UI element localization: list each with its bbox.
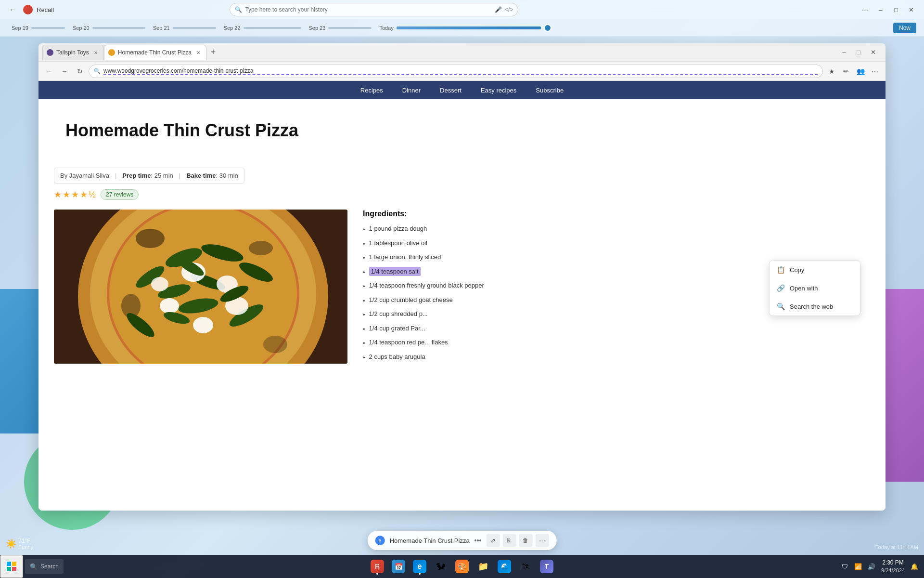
nav-recipes[interactable]: Recipes: [351, 81, 393, 99]
browser-more-button[interactable]: ⋯: [868, 65, 882, 78]
meta-separator-1: |: [115, 172, 116, 179]
taskbar-app-recall[interactable]: R: [368, 557, 387, 576]
taskbar-apps: R 📅 e 🐿 🎨 📁 🌊 🛍 T: [368, 557, 556, 576]
timeline-sep22[interactable]: Sep 22: [220, 19, 305, 36]
collections-button[interactable]: ✏: [839, 65, 853, 78]
maximize-button[interactable]: □: [889, 3, 903, 16]
pill-dots-button[interactable]: •••: [475, 537, 482, 544]
start-button[interactable]: [0, 555, 23, 578]
ingredient-text-1: 1 pound pizza dough: [369, 224, 870, 234]
ingredient-2: • 1 tablespoon olive oil: [363, 238, 870, 249]
open-with-icon: 🔗: [776, 284, 785, 292]
taskbar: 🔍 Search R 📅 e 🐿 🎨 📁 🌊: [0, 555, 924, 578]
ingredient-8: • 1/4 cup grated Par...: [363, 324, 870, 334]
taskbar-app-file-explorer[interactable]: 📁: [474, 557, 493, 576]
search-web-icon: 🔍: [776, 302, 785, 311]
ingredient-text-10: 2 cups baby arugula: [369, 352, 870, 362]
nav-easy-recipes[interactable]: Easy recipes: [471, 81, 526, 99]
taskbar-app-store[interactable]: 🛍: [516, 557, 535, 576]
pill-actions: ⇗ ⎘ 🗑 ⋯: [486, 534, 549, 547]
context-menu-copy-label: Copy: [790, 266, 804, 274]
taskbar-app-colors[interactable]: 🎨: [452, 557, 472, 576]
reviews-badge: 27 reviews: [101, 189, 139, 200]
svg-point-23: [151, 277, 168, 291]
tray-security-icon[interactable]: 🛡: [839, 561, 850, 572]
ingredient-9: • 1/4 teaspoon red pe... flakes: [363, 338, 870, 348]
browser-tab-tailspin[interactable]: Tailspin Toys ✕: [42, 45, 104, 60]
new-tab-button[interactable]: +: [206, 46, 220, 59]
context-menu-open-with[interactable]: 🔗 Open with: [770, 279, 860, 297]
windows-logo-icon: [7, 562, 16, 571]
taskbar-app-edge2[interactable]: 🌊: [495, 557, 514, 576]
nav-dinner[interactable]: Dinner: [393, 81, 430, 99]
timeline-sep19[interactable]: Sep 19: [8, 19, 69, 36]
taskbar-search[interactable]: 🔍 Search: [25, 559, 64, 574]
browser-toolbar-icons: ★ ✏ 👥 ⋯: [825, 65, 882, 78]
browser-refresh-button[interactable]: ↻: [73, 65, 87, 78]
tray-notifications-icon[interactable]: 🔔: [909, 561, 920, 572]
recipe-prep-label: Prep time: 25 min: [122, 172, 173, 179]
context-menu-copy[interactable]: 📋 Copy: [770, 261, 860, 279]
pill-more-button[interactable]: ⋯: [535, 534, 549, 547]
tab-favicon-tailspin: [47, 49, 53, 56]
taskbar-app-calendar[interactable]: 📅: [389, 557, 408, 576]
timeline-today-label: Today: [379, 25, 393, 31]
weather-temp: 71°F: [18, 538, 33, 544]
tab-close-pizza[interactable]: ✕: [194, 49, 202, 56]
app-indicator-recall: [376, 573, 378, 575]
taskbar-app-edge[interactable]: e: [410, 557, 429, 576]
timeline-today[interactable]: Today: [375, 19, 555, 36]
timeline-sep22-label: Sep 22: [224, 25, 241, 31]
timeline-sep21-line: [173, 27, 216, 29]
tray-network-icon[interactable]: 📶: [852, 561, 864, 572]
timeline-sep21[interactable]: Sep 21: [149, 19, 220, 36]
favorites-button[interactable]: ★: [825, 65, 838, 78]
ingredient-1: • 1 pound pizza dough: [363, 224, 870, 235]
browser-minimize-button[interactable]: –: [837, 46, 851, 59]
microphone-icon[interactable]: 🎤: [495, 6, 502, 13]
tab-favicon-pizza: [108, 49, 115, 56]
nav-dessert[interactable]: Dessert: [430, 81, 471, 99]
tab-close-tailspin[interactable]: ✕: [92, 49, 100, 56]
bottom-pill: e Homemade Thin Crust Pizza ••• ⇗ ⎘ 🗑 ⋯: [368, 531, 557, 550]
address-field[interactable]: 🔍 www.woodgrovegroceries.com/homemade-th…: [89, 65, 823, 78]
pill-delete-button[interactable]: 🗑: [519, 534, 532, 547]
svg-point-5: [136, 229, 165, 248]
context-menu-search-web[interactable]: 🔍 Search the web: [770, 297, 860, 315]
timeline-sep23[interactable]: Sep 23: [305, 19, 376, 36]
address-url: www.woodgrovegroceries.com/homemade-thin…: [103, 67, 818, 75]
timeline-sep22-line: [244, 27, 301, 29]
taskbar-clock[interactable]: 2:30 PM 9/24/2024: [879, 558, 907, 575]
back-button[interactable]: ←: [6, 3, 19, 16]
browser-tab-pizza[interactable]: Homemade Thin Crust Pizza ✕: [104, 45, 206, 60]
browser-back-button[interactable]: ←: [42, 65, 56, 78]
stars: ★★★★½: [54, 189, 97, 200]
taskbar-app-files[interactable]: 🐿: [431, 557, 450, 576]
pill-browser-icon: e: [375, 536, 385, 545]
timeline-sep23-line: [328, 27, 372, 29]
recipe-title: Homemade Thin Crust Pizza: [65, 120, 426, 141]
taskbar-search-text: Search: [40, 563, 59, 570]
clock-date: 9/24/2024: [881, 567, 905, 574]
browser-close-button[interactable]: ✕: [866, 46, 880, 59]
search-icon: 🔍: [235, 6, 242, 13]
browser-maximize-button[interactable]: □: [852, 46, 865, 59]
timeline-sep20[interactable]: Sep 20: [69, 19, 149, 36]
pill-expand-button[interactable]: ⇗: [486, 534, 500, 547]
nav-subscribe[interactable]: Subscribe: [526, 81, 573, 99]
minimize-button[interactable]: –: [874, 3, 887, 16]
more-options-button[interactable]: ⋯: [859, 3, 872, 16]
profiles-button[interactable]: 👥: [854, 65, 867, 78]
recall-search-input[interactable]: [245, 6, 492, 13]
pill-copy-button[interactable]: ⎘: [502, 534, 516, 547]
browser-window-controls: – □ ✕: [837, 46, 880, 59]
star-rating: ★★★★½ 27 reviews: [54, 189, 870, 200]
tray-volume-icon[interactable]: 🔊: [866, 561, 877, 572]
browser-forward-button[interactable]: →: [58, 65, 71, 78]
recall-app-title: Recall: [37, 6, 54, 13]
code-icon[interactable]: </>: [505, 6, 513, 13]
close-button[interactable]: ✕: [905, 3, 918, 16]
taskbar-app-teams[interactable]: T: [537, 557, 556, 576]
now-button[interactable]: Now: [893, 23, 916, 33]
timeline-sep19-label: Sep 19: [12, 25, 28, 31]
